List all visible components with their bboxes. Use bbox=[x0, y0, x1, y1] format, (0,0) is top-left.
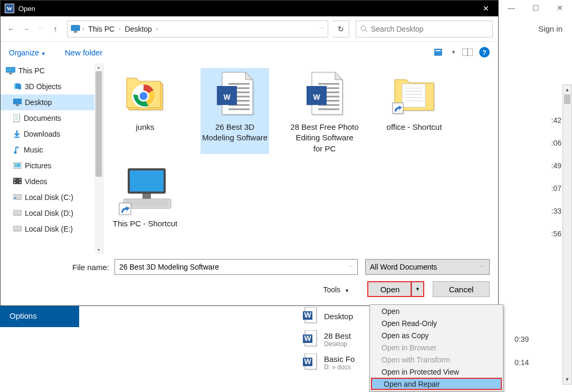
recent-doc[interactable]: W Basic FoD: » docs 0:14 bbox=[301, 352, 355, 372]
search-icon bbox=[360, 25, 368, 33]
file-label: 28 Best Free Photo Editing Software for … bbox=[290, 122, 359, 154]
tree-downloads[interactable]: Downloads bbox=[1, 126, 103, 142]
svg-rect-32 bbox=[13, 178, 22, 184]
svg-rect-21 bbox=[13, 99, 22, 104]
menu-open[interactable]: Open bbox=[370, 305, 503, 317]
search-input[interactable] bbox=[371, 25, 488, 33]
svg-text:W: W bbox=[304, 334, 311, 342]
recent-doc[interactable]: W 28 Best Desktop 0:39 bbox=[301, 329, 355, 349]
open-dropdown-arrow[interactable]: ▼ bbox=[412, 282, 423, 296]
tree-documents[interactable]: Documents bbox=[1, 110, 103, 126]
organize-menu[interactable]: Organize▼ bbox=[9, 48, 46, 57]
tree-this-pc[interactable]: This PC bbox=[1, 63, 103, 79]
recent-locations-dropdown[interactable]: ﹀ bbox=[33, 22, 48, 36]
svg-point-28 bbox=[14, 151, 17, 154]
svg-rect-14 bbox=[435, 50, 441, 51]
file-label: This PC - Shortcut bbox=[111, 218, 179, 229]
search-box[interactable] bbox=[356, 21, 493, 37]
svg-rect-38 bbox=[14, 197, 16, 198]
tree-local-disk-c[interactable]: Local Disk (C:) bbox=[1, 189, 103, 205]
menu-open-protected-view[interactable]: Open in Protected View bbox=[370, 366, 503, 378]
menu-open-with-transform: Open with Transform bbox=[370, 353, 503, 366]
chevron-right-icon: › bbox=[119, 26, 120, 32]
address-bar-row: ← → ﹀ ↑ › This PC › Desktop › ﹀ ↻ bbox=[1, 16, 498, 42]
back-button[interactable]: ← bbox=[4, 22, 18, 36]
cancel-button[interactable]: Cancel bbox=[433, 281, 490, 297]
chevron-down-icon: ﹀ bbox=[480, 264, 485, 271]
bg-time-column: :42 :06 :49 :07 :33 :56 bbox=[551, 116, 561, 252]
help-button[interactable]: ? bbox=[479, 47, 490, 58]
tree-music[interactable]: Music bbox=[1, 142, 103, 158]
monitor-icon bbox=[71, 25, 80, 33]
close-button[interactable]: ✕ bbox=[548, 0, 572, 16]
view-dropdown[interactable]: ▼ bbox=[451, 50, 456, 55]
tree-videos[interactable]: Videos bbox=[1, 174, 103, 189]
new-folder-button[interactable]: New folder bbox=[65, 48, 103, 57]
forward-button[interactable]: → bbox=[18, 22, 33, 36]
file-item-folder-shortcut[interactable]: office - Shortcut bbox=[380, 68, 449, 154]
file-label: junks bbox=[111, 122, 179, 132]
tree-pictures[interactable]: Pictures bbox=[1, 158, 103, 174]
folder-tree: This PC 3D Objects Desktop Documents Dow… bbox=[1, 63, 103, 254]
tree-desktop[interactable]: Desktop bbox=[1, 94, 103, 110]
word-app-icon: W bbox=[5, 4, 14, 13]
recent-doc[interactable]: W Desktop bbox=[301, 306, 355, 326]
dialog-titlebar: W Open ✕ bbox=[1, 1, 498, 16]
menu-open-as-copy[interactable]: Open as Copy bbox=[370, 329, 503, 341]
svg-rect-9 bbox=[71, 25, 80, 31]
svg-rect-20 bbox=[16, 83, 21, 90]
svg-point-42 bbox=[139, 91, 148, 101]
file-type-filter[interactable]: All Word Documents﹀ bbox=[365, 259, 490, 275]
document-scrollbar[interactable]: ▲▼ bbox=[563, 84, 572, 385]
folder-shortcut-icon bbox=[380, 68, 449, 120]
maximize-button[interactable]: ☐ bbox=[523, 0, 548, 16]
file-item-pc-shortcut[interactable]: This PC - Shortcut bbox=[111, 165, 179, 229]
chevron-right-icon: › bbox=[82, 26, 84, 32]
address-dropdown[interactable]: ﹀ bbox=[320, 25, 325, 32]
svg-rect-69 bbox=[130, 170, 164, 192]
word-doc-icon: W bbox=[201, 68, 269, 120]
file-item-word-doc[interactable]: W 28 Best Free Photo Editing Software fo… bbox=[290, 68, 359, 154]
refresh-button[interactable]: ↻ bbox=[332, 21, 349, 37]
minimize-button[interactable]: — bbox=[499, 0, 523, 16]
breadcrumb-item[interactable]: This PC bbox=[88, 25, 115, 33]
word-doc-icon: W bbox=[290, 68, 359, 120]
breadcrumb-item[interactable]: Desktop bbox=[125, 25, 151, 33]
svg-text:W: W bbox=[304, 357, 311, 366]
tree-3d-objects[interactable]: 3D Objects bbox=[1, 79, 103, 94]
svg-text:W: W bbox=[304, 311, 311, 319]
tree-scrollbar[interactable]: ▴▾ bbox=[94, 63, 103, 254]
tools-menu[interactable]: Tools▼ bbox=[323, 285, 349, 294]
svg-text:W: W bbox=[313, 93, 320, 101]
sign-in-link[interactable]: Sign in bbox=[538, 24, 563, 33]
word-doc-icon: W bbox=[303, 353, 319, 371]
svg-rect-61 bbox=[402, 84, 425, 107]
file-item-word-doc[interactable]: W 26 Best 3D Modeling Software bbox=[201, 68, 269, 154]
parent-window-controls: — ☐ ✕ bbox=[499, 0, 572, 16]
chevron-down-icon[interactable]: ﹀ bbox=[348, 264, 353, 271]
dialog-title: Open bbox=[18, 5, 35, 13]
svg-rect-37 bbox=[13, 194, 22, 199]
file-label: 26 Best 3D Modeling Software bbox=[201, 122, 269, 144]
options-nav-item[interactable]: Options bbox=[0, 306, 79, 327]
file-item-folder[interactable]: junks bbox=[111, 68, 179, 154]
svg-text:W: W bbox=[223, 93, 231, 101]
breadcrumb-bar[interactable]: › This PC › Desktop › ﹀ bbox=[67, 21, 328, 37]
tree-local-disk-d[interactable]: Local Disk (D:) bbox=[1, 205, 103, 221]
menu-open-in-browser: Open in Browser bbox=[370, 341, 503, 353]
tree-local-disk-e[interactable]: Local Disk (E:) bbox=[1, 221, 103, 237]
pc-shortcut-icon bbox=[111, 165, 179, 216]
dialog-close-button[interactable]: ✕ bbox=[474, 1, 498, 16]
svg-rect-30 bbox=[14, 163, 21, 167]
up-button[interactable]: ↑ bbox=[48, 22, 63, 36]
file-name-combobox[interactable]: 26 Best 3D Modeling Software﹀ bbox=[115, 259, 358, 275]
svg-rect-70 bbox=[142, 194, 151, 199]
view-mode-button[interactable] bbox=[434, 48, 445, 56]
preview-pane-button[interactable] bbox=[462, 48, 473, 56]
svg-rect-36 bbox=[20, 182, 21, 183]
open-split-button[interactable]: Open ▼ bbox=[367, 281, 424, 297]
file-name-value: 26 Best 3D Modeling Software bbox=[119, 263, 219, 271]
menu-open-and-repair[interactable]: Open and Repair bbox=[371, 378, 502, 390]
menu-open-read-only[interactable]: Open Read-Only bbox=[370, 317, 503, 329]
open-file-dialog: W Open ✕ ← → ﹀ ↑ › This PC › Desktop › ﹀… bbox=[0, 0, 499, 306]
